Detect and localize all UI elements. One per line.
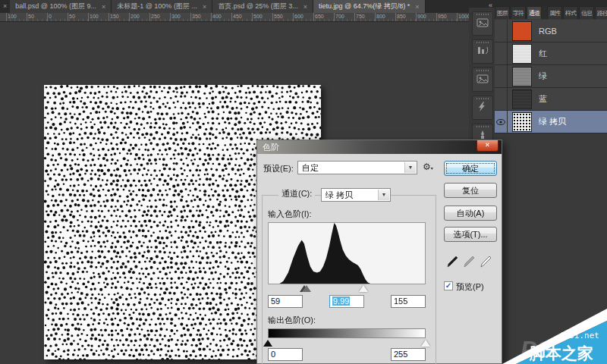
tab-close-icon[interactable]: × [304, 3, 307, 11]
ruler-label: 350 [190, 13, 201, 20]
collapse-panels-icon[interactable]: « [489, 2, 492, 9]
document-tab[interactable]: tietu.jpg @ 64.7%(绿 拷贝/8) *× [313, 0, 425, 13]
options-button[interactable]: 选项(T)... [444, 227, 497, 242]
input-black-field[interactable]: 59 [268, 295, 303, 308]
channel-value: 绿 拷贝 [326, 190, 353, 199]
visibility-eye-icon[interactable] [495, 111, 508, 133]
output-slider-track [268, 339, 426, 347]
ruler-label: 100 [88, 13, 99, 20]
ruler-label: 300 [170, 13, 181, 20]
tab-close-icon[interactable]: × [102, 3, 105, 11]
input-levels-label: 输入色阶(I): [268, 209, 311, 220]
chevron-down-icon: ▼ [404, 162, 416, 173]
input-slider-track [268, 284, 426, 293]
preset-options-gear-icon[interactable]: ⚙▾ [423, 162, 433, 172]
histogram-svg [269, 223, 425, 284]
ruler-label: 600 [293, 13, 304, 20]
preset-label: 预设(E): [263, 163, 294, 174]
ruler-label: 650 [313, 13, 324, 20]
output-white-field[interactable]: 255 [391, 348, 426, 361]
histogram [268, 222, 426, 284]
panel-tabs: 图层字符通道属性样式信息路径 [495, 6, 607, 19]
document-tab[interactable]: ball.psd @ 100% (图层 9...× [10, 0, 112, 13]
panel-tab-样式[interactable]: 样式 [563, 6, 578, 19]
ruler-label: 50 [27, 13, 34, 20]
ok-button[interactable]: 确定 [444, 161, 497, 176]
ruler-label: 450 [231, 13, 242, 20]
grip-handle [476, 126, 489, 127]
dialog-title: 色阶 [263, 142, 279, 153]
preset-dropdown[interactable]: 自定 ▼ [297, 161, 417, 174]
channel-name: 红 [539, 48, 547, 59]
black-point-eyedropper-icon[interactable] [445, 254, 459, 269]
panel-tab-通道[interactable]: 通道 [527, 6, 542, 19]
ruler-label: 700 [334, 13, 344, 20]
document-tabs: × ball.psd @ 100% (图层 9...×未标题-1 @ 100% … [0, 0, 426, 13]
visibility-toggle[interactable] [495, 42, 508, 64]
channel-dropdown[interactable]: 绿 拷贝 ▼ [321, 188, 391, 202]
channel-row[interactable]: 红 [495, 42, 607, 65]
channel-thumbnail [512, 44, 532, 64]
channel-label: 通道(C): [278, 188, 315, 199]
preset-value: 自定 [302, 163, 319, 172]
ruler-label: 550 [272, 13, 283, 20]
ruler-label: 50 [68, 13, 75, 20]
channel-thumbnail [512, 67, 532, 86]
reset-button[interactable]: 复位 [444, 183, 497, 198]
channel-thumbnail [512, 89, 532, 109]
ruler-label: 1000 [457, 13, 470, 20]
document-tab[interactable]: 首页.psd @ 25% (图层 3...× [212, 0, 313, 13]
tab-overflow-close-icon[interactable]: × [0, 0, 10, 13]
channel-name: 绿 [539, 71, 547, 82]
visibility-toggle[interactable] [495, 20, 508, 42]
ruler-label: 150 [109, 13, 119, 20]
dialog-titlebar[interactable]: 色阶 × [257, 140, 502, 154]
tab-close-icon[interactable]: × [203, 3, 206, 11]
preview-label: 预览(P) [456, 281, 484, 293]
panel-tab-图层[interactable]: 图层 [495, 6, 510, 19]
input-gamma-slider[interactable] [302, 285, 311, 292]
output-black-slider[interactable] [263, 340, 272, 347]
panel-tab-信息[interactable]: 信息 [579, 6, 594, 19]
input-gamma-field[interactable]: 9.99 [329, 295, 364, 308]
panel-tab-字符[interactable]: 字符 [511, 6, 526, 19]
channel-row[interactable]: RGB [495, 20, 607, 42]
input-white-field[interactable]: 155 [391, 295, 426, 308]
preview-checkbox[interactable]: ✓ [444, 281, 453, 290]
ruler-label: 500 [252, 13, 263, 20]
grip-handle [476, 98, 489, 99]
visibility-toggle[interactable] [495, 65, 508, 87]
channel-thumbnail [512, 112, 532, 132]
ruler-label: 900 [416, 13, 426, 20]
watermark-name-text: 脚本之家 [529, 344, 593, 362]
channel-row[interactable]: 绿 [495, 65, 607, 88]
document-tab-label: tietu.jpg @ 64.7%(绿 拷贝/8) * [319, 2, 410, 11]
dock-collections-icon[interactable] [472, 11, 493, 36]
output-gradient-bar [268, 328, 426, 338]
channel-row[interactable]: 蓝 [495, 88, 607, 111]
channel-name: RGB [539, 27, 557, 36]
dock-images-icon[interactable] [472, 67, 493, 92]
dock-adjustments-icon[interactable] [472, 39, 493, 64]
watermark-site-text: jb51.net [559, 331, 599, 340]
document-tab[interactable]: 未标题-1 @ 100% (图层 ...× [112, 0, 212, 13]
grip-handle [476, 42, 489, 43]
ruler-label: 100 [6, 13, 17, 20]
channel-row[interactable]: 绿 拷贝 [495, 111, 607, 133]
panel-tab-属性[interactable]: 属性 [547, 6, 562, 19]
white-point-eyedropper-icon[interactable] [479, 254, 492, 269]
output-white-slider[interactable] [421, 340, 430, 347]
tab-close-icon[interactable]: × [415, 3, 419, 11]
selected-text: 9.99 [332, 297, 350, 306]
ruler-label: 400 [211, 13, 222, 20]
channel-thumbnail [512, 21, 532, 41]
visibility-toggle[interactable] [495, 88, 508, 110]
gray-point-eyedropper-icon[interactable] [462, 254, 476, 269]
output-black-field[interactable]: 0 [268, 348, 303, 361]
ruler-label: 750 [354, 13, 365, 20]
input-white-slider[interactable] [359, 285, 368, 292]
panel-tab-路径[interactable]: 路径 [595, 6, 607, 19]
dialog-close-button[interactable]: × [476, 140, 498, 152]
dock-actions-icon[interactable] [472, 96, 493, 120]
auto-button[interactable]: 自动(A) [444, 206, 497, 221]
